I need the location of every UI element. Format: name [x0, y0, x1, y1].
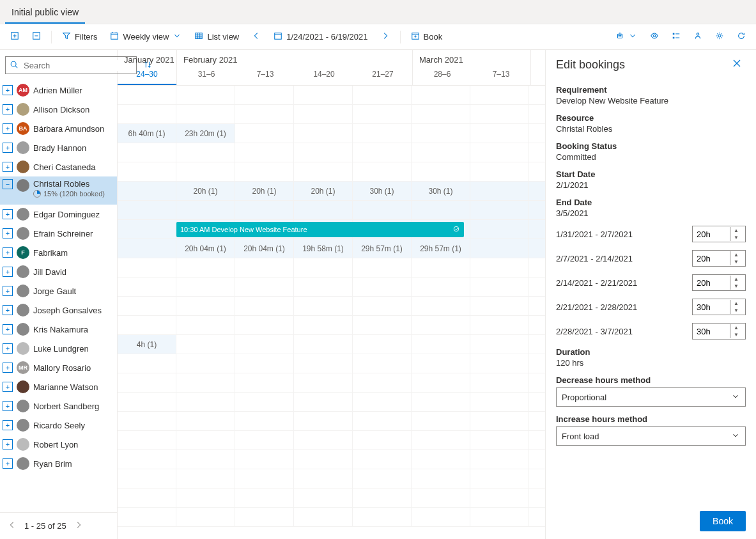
schedule-cell[interactable]	[353, 316, 412, 334]
spinner-up-button[interactable]: ▲	[730, 300, 742, 307]
schedule-cell[interactable]	[470, 182, 529, 200]
schedule-cell[interactable]	[470, 162, 529, 181]
settings-button[interactable]	[710, 27, 729, 46]
schedule-cell[interactable]	[294, 508, 353, 526]
schedule-cell[interactable]	[353, 162, 412, 181]
resource-row[interactable]: +Allison Dickson	[0, 100, 117, 119]
expand-icon[interactable]: +	[3, 247, 13, 258]
schedule-cell[interactable]	[412, 258, 470, 277]
schedule-cell[interactable]	[353, 450, 412, 469]
spinner-up-button[interactable]: ▲	[730, 324, 742, 331]
resource-row[interactable]: +Joseph Gonsalves	[0, 301, 117, 320]
filter-territory-button[interactable]	[688, 27, 707, 46]
expand-icon[interactable]: +	[3, 104, 13, 114]
collapse-all-button[interactable]	[27, 27, 46, 46]
schedule-cell[interactable]	[412, 488, 470, 507]
week-header[interactable]: 7–13	[236, 67, 295, 85]
schedule-cell[interactable]	[176, 373, 235, 392]
schedule-cell[interactable]	[235, 450, 294, 469]
resource-row[interactable]: +AMAdrien Müller	[0, 81, 117, 100]
schedule-cell[interactable]	[118, 373, 176, 392]
schedule-cell[interactable]	[118, 143, 176, 162]
schedule-cell[interactable]	[470, 508, 529, 526]
resource-row[interactable]: +Efrain Schreiner	[0, 224, 117, 243]
schedule-cell[interactable]	[470, 105, 529, 123]
schedule-cell[interactable]	[235, 412, 294, 430]
schedule-cell[interactable]	[470, 143, 529, 162]
schedule-cell[interactable]	[470, 258, 529, 277]
schedule-cell[interactable]	[176, 335, 235, 354]
schedule-cell[interactable]	[412, 354, 470, 373]
expand-icon[interactable]: +	[3, 143, 13, 153]
resource-row[interactable]: +Kris Nakamura	[0, 320, 117, 339]
schedule-cell[interactable]	[412, 508, 470, 526]
weekly-view-dropdown[interactable]: Weekly view	[105, 27, 187, 46]
expand-icon[interactable]: +	[3, 286, 13, 296]
schedule-cell[interactable]	[353, 201, 412, 219]
schedule-cell[interactable]	[294, 450, 353, 469]
expand-icon[interactable]: +	[3, 85, 13, 95]
schedule-cell[interactable]	[235, 431, 294, 449]
date-prev-button[interactable]	[247, 27, 266, 46]
increase-method-select[interactable]: Front load	[556, 426, 746, 446]
schedule-cell[interactable]	[118, 258, 176, 277]
schedule-cell[interactable]	[176, 354, 235, 373]
schedule-cell[interactable]	[176, 393, 235, 411]
schedule-cell[interactable]	[235, 335, 294, 354]
schedule-cell[interactable]	[412, 124, 470, 143]
schedule-cell[interactable]: 29h 57m (1)	[412, 239, 470, 258]
schedule-cell[interactable]	[294, 143, 353, 162]
schedule-cell[interactable]	[176, 297, 235, 315]
schedule-cell[interactable]	[353, 297, 412, 315]
schedule-cell[interactable]	[412, 469, 470, 488]
expand-icon[interactable]: +	[3, 458, 13, 469]
schedule-cell[interactable]	[353, 373, 412, 392]
schedule-cell[interactable]: 20h (1)	[235, 182, 294, 200]
close-panel-button[interactable]	[728, 58, 746, 72]
date-next-button[interactable]	[376, 27, 395, 46]
schedule-cell[interactable]	[118, 412, 176, 430]
schedule-cell[interactable]	[235, 201, 294, 219]
page-next-button[interactable]	[72, 518, 86, 534]
resource-row[interactable]: +Norbert Sandberg	[0, 396, 117, 416]
week-header[interactable]: 28–6	[413, 67, 472, 85]
expand-all-button[interactable]	[5, 27, 24, 46]
schedule-cell[interactable]	[235, 508, 294, 526]
allocation-hours-input[interactable]	[693, 278, 730, 288]
expand-icon[interactable]: +	[3, 439, 13, 449]
schedule-cell[interactable]: 19h 58m (1)	[294, 239, 353, 258]
schedule-cell[interactable]	[235, 105, 294, 123]
schedule-cell[interactable]	[412, 393, 470, 411]
schedule-cell[interactable]	[412, 143, 470, 162]
schedule-cell[interactable]	[412, 277, 470, 296]
schedule-cell[interactable]	[235, 488, 294, 507]
week-header[interactable]: 7–13	[472, 67, 530, 85]
schedule-cell[interactable]	[353, 354, 412, 373]
schedule-cell[interactable]	[176, 431, 235, 449]
schedule-cell[interactable]	[353, 335, 412, 354]
schedule-cell[interactable]: 20h (1)	[294, 182, 353, 200]
schedule-cell[interactable]	[412, 373, 470, 392]
legend-button[interactable]	[667, 27, 686, 46]
schedule-cell[interactable]	[176, 143, 235, 162]
panel-book-button[interactable]: Book	[700, 511, 746, 531]
resource-row[interactable]: +Robert Lyon	[0, 435, 117, 454]
schedule-cell[interactable]	[118, 297, 176, 315]
schedule-cell[interactable]	[294, 316, 353, 334]
schedule-cell[interactable]: 20h (1)	[176, 182, 235, 200]
schedule-cell[interactable]: 23h 20m (1)	[176, 124, 235, 143]
schedule-cell[interactable]	[235, 143, 294, 162]
schedule-cell[interactable]	[470, 393, 529, 411]
week-header[interactable]: 14–20	[295, 67, 353, 85]
schedule-cell[interactable]	[412, 316, 470, 334]
schedule-cell[interactable]	[294, 373, 353, 392]
schedule-cell[interactable]	[294, 335, 353, 354]
schedule-cell[interactable]	[470, 297, 529, 315]
decrease-method-select[interactable]: Proportional	[556, 387, 746, 407]
spinner-up-button[interactable]: ▲	[730, 251, 742, 258]
schedule-cell[interactable]	[118, 508, 176, 526]
schedule-cell[interactable]	[118, 162, 176, 181]
spinner-down-button[interactable]: ▼	[730, 307, 742, 314]
resource-row[interactable]: +Marianne Watson	[0, 377, 117, 396]
allocation-hours-spinner[interactable]: ▲▼	[692, 323, 746, 340]
